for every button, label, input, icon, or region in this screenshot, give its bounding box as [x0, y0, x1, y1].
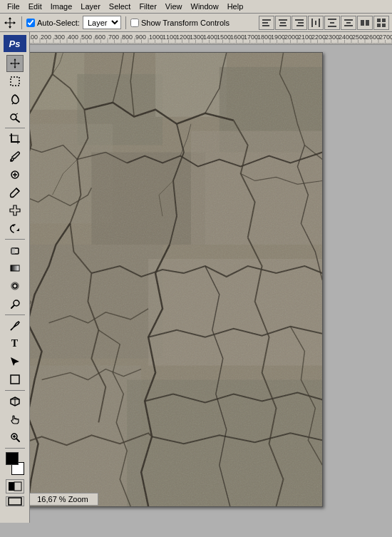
svg-rect-2 — [262, 25, 269, 26]
move-tool-icon[interactable] — [3, 16, 17, 30]
svg-rect-6 — [295, 19, 304, 21]
distribute4-btn[interactable] — [357, 16, 373, 30]
svg-point-40 — [11, 160, 12, 161]
distribute-btn[interactable] — [308, 16, 324, 30]
svg-line-51 — [11, 329, 12, 330]
status-bar: 16,67 % Zoom — [27, 493, 98, 506]
svg-rect-3 — [279, 19, 287, 21]
path-select-tool[interactable] — [6, 353, 24, 370]
lasso-tool[interactable] — [6, 91, 24, 108]
menu-select[interactable]: Select — [105, 1, 135, 12]
svg-rect-0 — [262, 19, 271, 21]
zoom-tool[interactable] — [6, 429, 24, 446]
quick-select-tool[interactable] — [6, 108, 24, 126]
svg-rect-1 — [262, 22, 268, 24]
svg-rect-18 — [361, 20, 364, 26]
svg-rect-7 — [298, 22, 304, 24]
gradient-tool[interactable] — [6, 260, 24, 277]
color-boxes[interactable] — [3, 452, 27, 475]
svg-rect-13 — [328, 26, 336, 27]
marquee-tool[interactable] — [6, 73, 24, 90]
options-buttons — [259, 16, 389, 30]
eyedropper-tool[interactable] — [6, 148, 24, 165]
tool-separator-3 — [5, 314, 25, 315]
show-transform-checkbox[interactable] — [130, 19, 139, 27]
svg-rect-19 — [366, 20, 369, 26]
menu-layer[interactable]: Layer — [76, 1, 105, 12]
distribute3-btn[interactable] — [341, 16, 356, 30]
top-ruler-row — [0, 32, 392, 45]
eraser-tool[interactable] — [6, 242, 24, 259]
svg-line-56 — [16, 439, 19, 441]
layer-kind-select[interactable]: Layer — [83, 16, 121, 29]
crop-tool[interactable] — [6, 131, 24, 148]
distribute2-btn[interactable] — [324, 16, 340, 30]
tool-separator-5 — [5, 448, 25, 449]
svg-rect-5 — [279, 25, 287, 26]
tool-separator-4 — [5, 390, 25, 391]
history-brush-tool[interactable] — [6, 220, 24, 237]
top-ruler-canvas — [13, 32, 392, 45]
type-tool[interactable]: T — [6, 335, 24, 352]
svg-rect-12 — [328, 19, 336, 20]
crack-overlay — [21, 53, 322, 506]
toolbar: Ps — [0, 32, 30, 523]
zoom-level: 16,67 % Zoom — [37, 495, 88, 503]
svg-rect-14 — [330, 22, 334, 24]
svg-point-48 — [13, 284, 17, 288]
distribute5-btn[interactable] — [373, 16, 389, 30]
svg-rect-21 — [377, 24, 381, 27]
brush-tool[interactable] — [6, 184, 24, 201]
canvas-image — [21, 53, 322, 506]
auto-select-label: Auto-Select: — [26, 19, 80, 27]
svg-rect-32 — [21, 245, 163, 358]
menu-edit[interactable]: Edit — [24, 1, 46, 12]
pen-tool[interactable] — [6, 317, 24, 334]
separator-1 — [21, 16, 22, 29]
align-right-btn[interactable] — [292, 16, 307, 30]
svg-rect-11 — [315, 21, 316, 25]
hand-tool[interactable] — [6, 411, 24, 428]
separator-2 — [125, 16, 126, 29]
blur-tool[interactable] — [6, 277, 24, 295]
ps-logo: Ps — [4, 35, 26, 52]
svg-rect-20 — [377, 19, 381, 22]
menu-filter[interactable]: Filter — [135, 1, 160, 12]
svg-rect-4 — [280, 22, 286, 24]
svg-rect-8 — [296, 25, 304, 26]
document-frame — [20, 52, 323, 507]
clone-stamp-tool[interactable] — [6, 202, 24, 219]
quick-mask-button[interactable] — [6, 479, 24, 493]
top-ruler — [13, 32, 392, 45]
svg-line-50 — [11, 305, 14, 308]
align-center-btn[interactable] — [275, 16, 291, 30]
svg-rect-27 — [155, 53, 227, 117]
auto-select-checkbox[interactable] — [26, 19, 35, 27]
healing-brush-tool[interactable] — [6, 166, 24, 183]
svg-rect-31 — [191, 131, 322, 245]
svg-rect-9 — [311, 19, 313, 27]
menu-view[interactable]: View — [161, 1, 187, 12]
svg-rect-25 — [21, 53, 84, 110]
shape-tool[interactable] — [6, 371, 24, 388]
content-row: 16,67 % Zoom — [0, 45, 392, 514]
dodge-tool[interactable] — [6, 295, 24, 312]
menu-file[interactable]: File — [3, 1, 24, 12]
menu-window[interactable]: Window — [187, 1, 223, 12]
show-transform-label: Show Transform Controls — [130, 19, 229, 27]
menu-help[interactable]: Help — [223, 1, 248, 12]
screen-mode-button[interactable] — [6, 496, 24, 506]
align-left-btn[interactable] — [259, 16, 274, 30]
document-scroll-area[interactable]: 16,67 % Zoom — [13, 45, 392, 514]
svg-rect-45 — [11, 248, 15, 254]
svg-rect-22 — [382, 19, 386, 22]
move-tool[interactable] — [6, 55, 24, 72]
menu-image[interactable]: Image — [46, 1, 77, 12]
content-with-rulers: 16,67 % Zoom — [0, 32, 392, 514]
svg-rect-17 — [346, 22, 351, 24]
svg-rect-52 — [11, 375, 19, 384]
svg-rect-30 — [91, 153, 205, 245]
svg-rect-37 — [11, 77, 19, 86]
foreground-color[interactable] — [6, 452, 19, 465]
3d-tool[interactable] — [6, 393, 24, 410]
